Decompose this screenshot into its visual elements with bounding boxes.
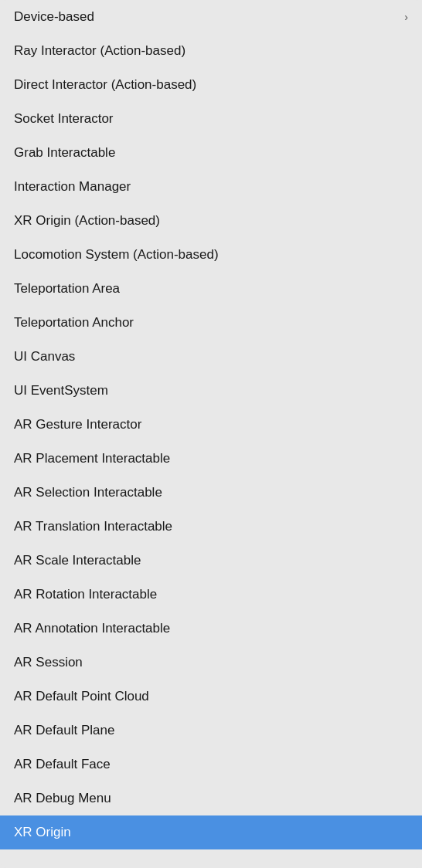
menu-item-label: AR Annotation Interactable bbox=[14, 621, 170, 636]
menu-item-ar-annotation-interactable[interactable]: AR Annotation Interactable bbox=[0, 612, 422, 646]
menu-item-label: Teleportation Area bbox=[14, 281, 120, 297]
menu-item-label: XR Origin (Action-based) bbox=[14, 213, 160, 229]
menu-item-label: AR Selection Interactable bbox=[14, 485, 162, 500]
menu-item-label: AR Rotation Interactable bbox=[14, 587, 157, 602]
menu-item-xr-origin[interactable]: XR Origin bbox=[0, 815, 422, 849]
menu-item-ar-default-face[interactable]: AR Default Face bbox=[0, 748, 422, 782]
menu-item-teleportation-anchor[interactable]: Teleportation Anchor bbox=[0, 306, 422, 340]
menu-item-label: AR Debug Menu bbox=[14, 791, 111, 806]
menu-item-ray-interactor[interactable]: Ray Interactor (Action-based) bbox=[0, 34, 422, 68]
menu-item-label: AR Default Plane bbox=[14, 723, 114, 738]
menu-item-ar-rotation-interactable[interactable]: AR Rotation Interactable bbox=[0, 578, 422, 612]
menu-item-label: AR Translation Interactable bbox=[14, 519, 172, 534]
menu-item-ar-default-point-cloud[interactable]: AR Default Point Cloud bbox=[0, 680, 422, 714]
menu-item-device-based[interactable]: Device-based› bbox=[0, 0, 422, 34]
menu-item-ar-translation-interactable[interactable]: AR Translation Interactable bbox=[0, 510, 422, 544]
menu-item-label: Direct Interactor (Action-based) bbox=[14, 77, 196, 93]
menu-item-ui-canvas[interactable]: UI Canvas bbox=[0, 340, 422, 374]
menu-item-label: UI Canvas bbox=[14, 349, 75, 364]
menu-item-label: Interaction Manager bbox=[14, 179, 131, 195]
menu-item-teleportation-area[interactable]: Teleportation Area bbox=[0, 272, 422, 306]
menu-item-label: Grab Interactable bbox=[14, 145, 115, 161]
menu-item-ar-selection-interactable[interactable]: AR Selection Interactable bbox=[0, 476, 422, 510]
menu-item-label: Ray Interactor (Action-based) bbox=[14, 43, 185, 59]
menu-item-ar-default-plane[interactable]: AR Default Plane bbox=[0, 714, 422, 748]
menu-item-ar-scale-interactable[interactable]: AR Scale Interactable bbox=[0, 544, 422, 578]
menu-item-label: XR Origin bbox=[14, 825, 71, 840]
menu-item-ui-eventsystem[interactable]: UI EventSystem bbox=[0, 374, 422, 408]
menu-item-label: AR Session bbox=[14, 655, 83, 670]
menu-item-label: AR Default Point Cloud bbox=[14, 689, 149, 704]
menu-item-grab-interactable[interactable]: Grab Interactable bbox=[0, 136, 422, 170]
menu-item-label: Locomotion System (Action-based) bbox=[14, 247, 219, 263]
menu-item-direct-interactor[interactable]: Direct Interactor (Action-based) bbox=[0, 68, 422, 102]
menu-item-ar-debug-menu[interactable]: AR Debug Menu bbox=[0, 782, 422, 815]
menu-item-label: AR Default Face bbox=[14, 757, 111, 772]
menu-item-label: Socket Interactor bbox=[14, 111, 114, 127]
menu-container: Device-based›Ray Interactor (Action-base… bbox=[0, 0, 422, 868]
menu-item-label: UI EventSystem bbox=[14, 383, 108, 398]
menu-item-label: AR Placement Interactable bbox=[14, 451, 170, 466]
menu-item-interaction-manager[interactable]: Interaction Manager bbox=[0, 170, 422, 204]
menu-item-socket-interactor[interactable]: Socket Interactor bbox=[0, 102, 422, 136]
menu-item-xr-origin-action[interactable]: XR Origin (Action-based) bbox=[0, 204, 422, 238]
menu-item-locomotion-system[interactable]: Locomotion System (Action-based) bbox=[0, 238, 422, 272]
menu-item-ar-gesture-interactor[interactable]: AR Gesture Interactor bbox=[0, 408, 422, 442]
menu-item-label: Teleportation Anchor bbox=[14, 315, 134, 331]
menu-item-ar-placement-interactable[interactable]: AR Placement Interactable bbox=[0, 442, 422, 476]
menu-item-label: Device-based bbox=[14, 9, 94, 25]
menu-item-label: AR Gesture Interactor bbox=[14, 417, 141, 432]
menu-item-label: AR Scale Interactable bbox=[14, 553, 141, 568]
chevron-right-icon: › bbox=[404, 11, 408, 23]
menu-item-ar-session[interactable]: AR Session bbox=[0, 646, 422, 680]
